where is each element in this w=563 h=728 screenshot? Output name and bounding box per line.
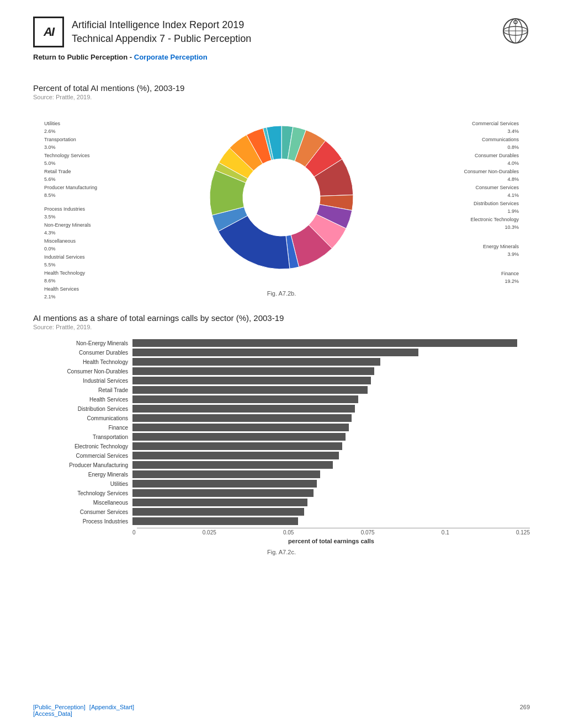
bar-row: Producer Manufacturing bbox=[33, 461, 530, 469]
donut-label-misc: Miscellaneous0.0% bbox=[44, 238, 155, 253]
bar-label: Technology Services bbox=[33, 490, 132, 496]
globe-icon bbox=[501, 17, 530, 45]
corporate-perception-link[interactable]: Corporate Perception bbox=[134, 53, 208, 61]
donut-chart-source: Source: Prattle, 2019. bbox=[33, 94, 530, 100]
bar-track bbox=[132, 377, 530, 384]
bar-row: Energy Minerals bbox=[33, 470, 530, 478]
donut-chart-container: Utilities2.6% Transportation3.0% Technol… bbox=[44, 109, 519, 286]
bar-fill bbox=[132, 349, 418, 356]
bar-fill bbox=[132, 358, 380, 366]
bar-fill bbox=[132, 377, 371, 384]
header-title: Artificial Intelligence Index Report 201… bbox=[72, 18, 251, 46]
bar-track bbox=[132, 386, 530, 394]
bar-row: Consumer Services bbox=[33, 508, 530, 516]
bar-row: Commercial Services bbox=[33, 452, 530, 459]
bar-row: Consumer Durables bbox=[33, 349, 530, 356]
bar-track bbox=[132, 414, 530, 422]
bar-fill bbox=[132, 414, 352, 422]
bar-fill bbox=[132, 424, 349, 431]
bar-track bbox=[132, 480, 530, 488]
bar-row: Process Industries bbox=[33, 517, 530, 525]
bar-fill bbox=[132, 367, 374, 375]
bar-label: Consumer Services bbox=[33, 509, 132, 515]
bar-track bbox=[132, 442, 530, 450]
bar-label: Consumer Non-Durables bbox=[33, 368, 132, 374]
donut-label-consumer-durables: Consumer Durables4.0% bbox=[408, 152, 519, 167]
donut-label-process-ind: Process Industries3.5% bbox=[44, 206, 155, 221]
bar-fill bbox=[132, 461, 333, 469]
donut-label-industrial-svc: Industrial Services5.5% bbox=[44, 254, 155, 269]
donut-labels-right: Commercial Services3.4% Communications0.… bbox=[408, 120, 519, 286]
donut-label-consumer-nondurables: Consumer Non-Durables4.8% bbox=[408, 168, 519, 183]
bar-label: Process Industries bbox=[33, 518, 132, 524]
public-perception-link[interactable]: [Public_Perception] bbox=[33, 704, 86, 710]
donut-chart-svg bbox=[199, 115, 364, 280]
access-data-link[interactable]: [Access_Data] bbox=[33, 710, 72, 717]
bar-row: Technology Services bbox=[33, 489, 530, 497]
bar-track bbox=[132, 508, 530, 516]
bar-label: Finance bbox=[33, 425, 132, 431]
bar-fill bbox=[132, 480, 317, 488]
donut-labels-left: Utilities2.6% Transportation3.0% Technol… bbox=[44, 120, 155, 302]
bar-fill bbox=[132, 499, 307, 506]
bar-fill bbox=[132, 489, 314, 497]
bar-row: Health Services bbox=[33, 395, 530, 403]
bar-track bbox=[132, 339, 530, 347]
ai-logo-icon: AI bbox=[33, 17, 64, 47]
bar-track bbox=[132, 405, 530, 413]
bar-label: Health Technology bbox=[33, 359, 132, 365]
bar-fill bbox=[132, 452, 339, 459]
bar-row: Industrial Services bbox=[33, 377, 530, 384]
bar-label: Energy Minerals bbox=[33, 472, 132, 478]
bar-label: Distribution Services bbox=[33, 406, 132, 412]
bar-fill bbox=[132, 433, 346, 441]
bar-label: Producer Manufacturing bbox=[33, 462, 132, 468]
donut-label-non-energy-min: Non-Energy Minerals4.3% bbox=[44, 222, 155, 237]
bar-label: Health Services bbox=[33, 397, 132, 403]
bar-track bbox=[132, 452, 530, 459]
bar-label: Communications bbox=[33, 415, 132, 421]
donut-label-comms: Communications0.8% bbox=[408, 136, 519, 151]
bar-row: Retail Trade bbox=[33, 386, 530, 394]
header-logo-right bbox=[501, 17, 530, 47]
bar-axis-title: percent of total earnings calls bbox=[132, 538, 530, 544]
bar-chart-section: AI mentions as a share of total earnings… bbox=[33, 313, 530, 555]
header: AI Artificial Intelligence Index Report … bbox=[33, 17, 530, 47]
donut-label-electronic-tech: Electronic Technology10.3% bbox=[408, 216, 519, 231]
bar-row: Distribution Services bbox=[33, 405, 530, 413]
bar-label: Transportation bbox=[33, 434, 132, 440]
breadcrumb: Return to Public Perception - Corporate … bbox=[33, 53, 530, 61]
donut-label-consumer-svc: Consumer Services4.1% bbox=[408, 184, 519, 199]
bar-track bbox=[132, 367, 530, 375]
donut-label-distrib-svc: Distribution Services1.9% bbox=[408, 200, 519, 215]
bar-axis-labels: 00.0250.050.0750.10.125 bbox=[132, 529, 530, 536]
bar-track bbox=[132, 358, 530, 366]
bar-label: Industrial Services bbox=[33, 378, 132, 384]
bar-fill bbox=[132, 386, 368, 394]
bar-track bbox=[132, 499, 530, 506]
bar-fill bbox=[132, 339, 517, 347]
bar-fill bbox=[132, 442, 342, 450]
donut-label-transportation: Transportation3.0% bbox=[44, 136, 155, 151]
donut-label-retail-trade: Retail Trade5.6% bbox=[44, 168, 155, 183]
bar-track bbox=[132, 349, 530, 356]
bar-fill bbox=[132, 470, 320, 478]
bar-fill bbox=[132, 508, 304, 516]
donut-chart-title: Percent of total AI mentions (%), 2003-1… bbox=[33, 83, 530, 93]
bar-fill bbox=[132, 517, 298, 525]
bar-label: Utilities bbox=[33, 481, 132, 487]
bar-label: Non-Energy Minerals bbox=[33, 340, 132, 346]
bar-chart-source: Source: Prattle, 2019. bbox=[33, 324, 530, 330]
bar-row: Miscellaneous bbox=[33, 499, 530, 506]
page: AI Artificial Intelligence Index Report … bbox=[0, 0, 563, 728]
donut-label-commercial-svc: Commercial Services3.4% bbox=[408, 120, 519, 135]
page-number: 269 bbox=[520, 704, 530, 717]
bar-row: Electronic Technology bbox=[33, 442, 530, 450]
bar-row: Non-Energy Minerals bbox=[33, 339, 530, 347]
donut-label-finance: Finance19.2% bbox=[408, 270, 519, 285]
bar-label: Consumer Durables bbox=[33, 350, 132, 356]
donut-label-health-svc: Health Services2.1% bbox=[44, 286, 155, 301]
bar-track bbox=[132, 424, 530, 431]
bar-track bbox=[132, 461, 530, 469]
appendix-start-link[interactable]: [Appendix_Start] bbox=[89, 704, 134, 710]
